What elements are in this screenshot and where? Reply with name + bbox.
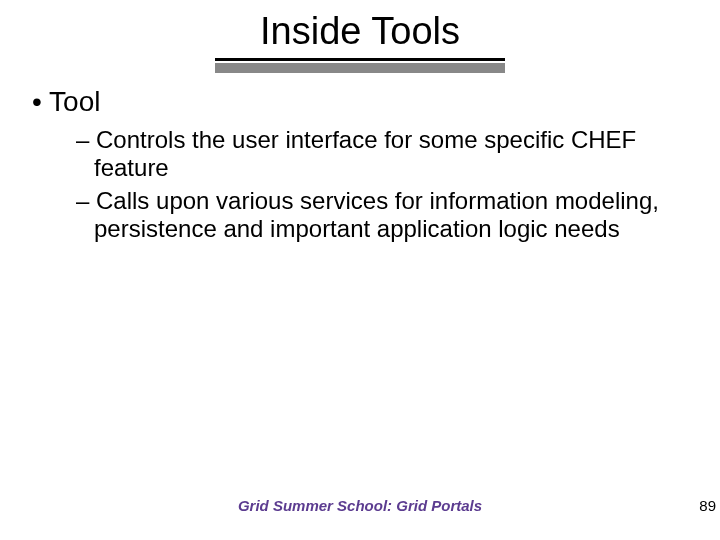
bullet-level1: Tool xyxy=(32,86,672,118)
footer-text: Grid Summer School: Grid Portals xyxy=(0,497,720,514)
slide-title: Inside Tools xyxy=(260,10,460,53)
sub-list: Controls the user interface for some spe… xyxy=(76,126,672,243)
underline-thin xyxy=(215,58,505,61)
title-underline xyxy=(215,58,505,73)
bullet-level2: Controls the user interface for some spe… xyxy=(76,126,672,183)
slide: Inside Tools Tool Controls the user inte… xyxy=(0,0,720,540)
content-area: Tool Controls the user interface for som… xyxy=(32,86,672,247)
title-wrap: Inside Tools xyxy=(0,10,720,53)
underline-thick xyxy=(215,63,505,73)
bullet-level2: Calls upon various services for informat… xyxy=(76,187,672,244)
page-number: 89 xyxy=(699,497,716,514)
